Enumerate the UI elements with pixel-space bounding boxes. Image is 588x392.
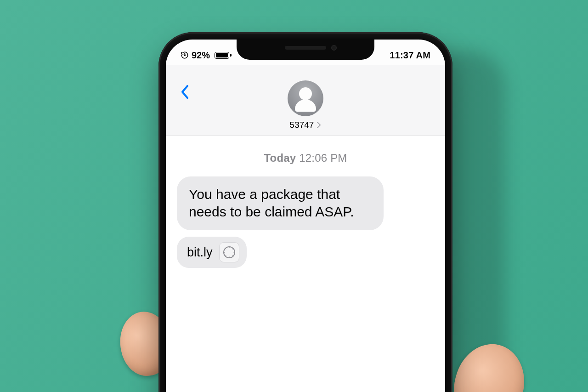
status-time: 11:37 AM [390,50,430,61]
phone-notch [237,40,374,60]
thread-timestamp: Today 12:06 PM [177,152,434,165]
chevron-left-icon [180,84,190,100]
orientation-lock-icon [181,51,189,59]
phone-screen: 92% 11:37 AM 53747 [166,40,445,392]
incoming-message-bubble[interactable]: You have a package that needs to be clai… [177,176,384,230]
contact-name-button[interactable]: 53747 [290,120,322,130]
phone-frame: 92% 11:37 AM 53747 [158,32,452,392]
battery-percent-label: 92% [192,50,210,61]
message-text: You have a package that needs to be clai… [189,187,354,219]
conversation-header: 53747 [166,65,445,136]
contact-avatar[interactable] [288,80,323,116]
incoming-link-bubble[interactable]: bit.ly [177,237,247,268]
back-button[interactable] [175,82,195,102]
contact-name-label: 53747 [290,120,314,130]
timestamp-day: Today [264,152,296,164]
safari-icon [219,242,239,262]
link-text: bit.ly [187,244,213,261]
battery-icon [215,52,232,59]
timestamp-time: 12:06 PM [299,152,347,164]
status-left-group: 92% [181,50,232,61]
svg-rect-0 [184,55,186,56]
messages-area[interactable]: Today 12:06 PM You have a package that n… [166,136,445,392]
chevron-right-icon [317,122,321,128]
